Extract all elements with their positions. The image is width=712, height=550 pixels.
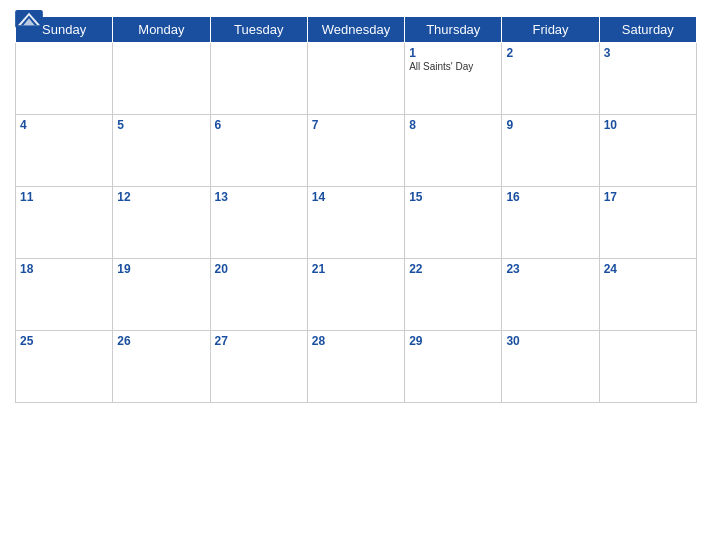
calendar-cell: 26 <box>113 331 210 403</box>
day-number: 15 <box>409 190 497 204</box>
day-number: 22 <box>409 262 497 276</box>
day-number: 9 <box>506 118 594 132</box>
day-number: 11 <box>20 190 108 204</box>
day-number: 8 <box>409 118 497 132</box>
calendar-cell <box>16 43 113 115</box>
day-number: 17 <box>604 190 692 204</box>
weekday-header-tuesday: Tuesday <box>210 17 307 43</box>
calendar-cell: 16 <box>502 187 599 259</box>
logo-icon <box>15 10 43 28</box>
weekday-header-saturday: Saturday <box>599 17 696 43</box>
day-number: 10 <box>604 118 692 132</box>
calendar-cell: 11 <box>16 187 113 259</box>
calendar-cell: 21 <box>307 259 404 331</box>
calendar-cell: 20 <box>210 259 307 331</box>
calendar-cell: 4 <box>16 115 113 187</box>
calendar-cell: 29 <box>405 331 502 403</box>
day-number: 5 <box>117 118 205 132</box>
calendar-cell: 19 <box>113 259 210 331</box>
calendar-cell: 12 <box>113 187 210 259</box>
logo <box>15 10 43 29</box>
calendar-cell: 23 <box>502 259 599 331</box>
day-number: 21 <box>312 262 400 276</box>
week-row-4: 18192021222324 <box>16 259 697 331</box>
calendar-cell: 28 <box>307 331 404 403</box>
day-event: All Saints' Day <box>409 61 497 72</box>
weekday-header-friday: Friday <box>502 17 599 43</box>
calendar-container: SundayMondayTuesdayWednesdayThursdayFrid… <box>0 0 712 550</box>
calendar-cell: 3 <box>599 43 696 115</box>
calendar-cell <box>307 43 404 115</box>
calendar-cell: 2 <box>502 43 599 115</box>
week-row-2: 45678910 <box>16 115 697 187</box>
day-number: 14 <box>312 190 400 204</box>
day-number: 26 <box>117 334 205 348</box>
day-number: 16 <box>506 190 594 204</box>
weekday-header-thursday: Thursday <box>405 17 502 43</box>
calendar-cell <box>599 331 696 403</box>
day-number: 12 <box>117 190 205 204</box>
calendar-table: SundayMondayTuesdayWednesdayThursdayFrid… <box>15 16 697 403</box>
day-number: 28 <box>312 334 400 348</box>
day-number: 29 <box>409 334 497 348</box>
calendar-cell: 6 <box>210 115 307 187</box>
week-row-5: 252627282930 <box>16 331 697 403</box>
calendar-cell: 22 <box>405 259 502 331</box>
calendar-cell: 25 <box>16 331 113 403</box>
day-number: 24 <box>604 262 692 276</box>
day-number: 25 <box>20 334 108 348</box>
day-number: 18 <box>20 262 108 276</box>
calendar-cell: 1All Saints' Day <box>405 43 502 115</box>
day-number: 4 <box>20 118 108 132</box>
day-number: 2 <box>506 46 594 60</box>
calendar-cell: 9 <box>502 115 599 187</box>
calendar-cell <box>210 43 307 115</box>
day-number: 23 <box>506 262 594 276</box>
calendar-cell: 24 <box>599 259 696 331</box>
day-number: 1 <box>409 46 497 60</box>
calendar-cell <box>113 43 210 115</box>
calendar-header-row: SundayMondayTuesdayWednesdayThursdayFrid… <box>16 17 697 43</box>
calendar-body: 1All Saints' Day234567891011121314151617… <box>16 43 697 403</box>
week-row-3: 11121314151617 <box>16 187 697 259</box>
calendar-cell: 8 <box>405 115 502 187</box>
calendar-cell: 18 <box>16 259 113 331</box>
day-number: 6 <box>215 118 303 132</box>
day-number: 30 <box>506 334 594 348</box>
calendar-cell: 27 <box>210 331 307 403</box>
calendar-cell: 30 <box>502 331 599 403</box>
weekday-header-monday: Monday <box>113 17 210 43</box>
day-number: 20 <box>215 262 303 276</box>
calendar-cell: 5 <box>113 115 210 187</box>
calendar-cell: 7 <box>307 115 404 187</box>
day-number: 19 <box>117 262 205 276</box>
day-number: 27 <box>215 334 303 348</box>
day-number: 13 <box>215 190 303 204</box>
weekday-header-wednesday: Wednesday <box>307 17 404 43</box>
calendar-cell: 10 <box>599 115 696 187</box>
calendar-cell: 15 <box>405 187 502 259</box>
day-number: 7 <box>312 118 400 132</box>
calendar-cell: 14 <box>307 187 404 259</box>
calendar-cell: 13 <box>210 187 307 259</box>
calendar-cell: 17 <box>599 187 696 259</box>
week-row-1: 1All Saints' Day23 <box>16 43 697 115</box>
day-number: 3 <box>604 46 692 60</box>
